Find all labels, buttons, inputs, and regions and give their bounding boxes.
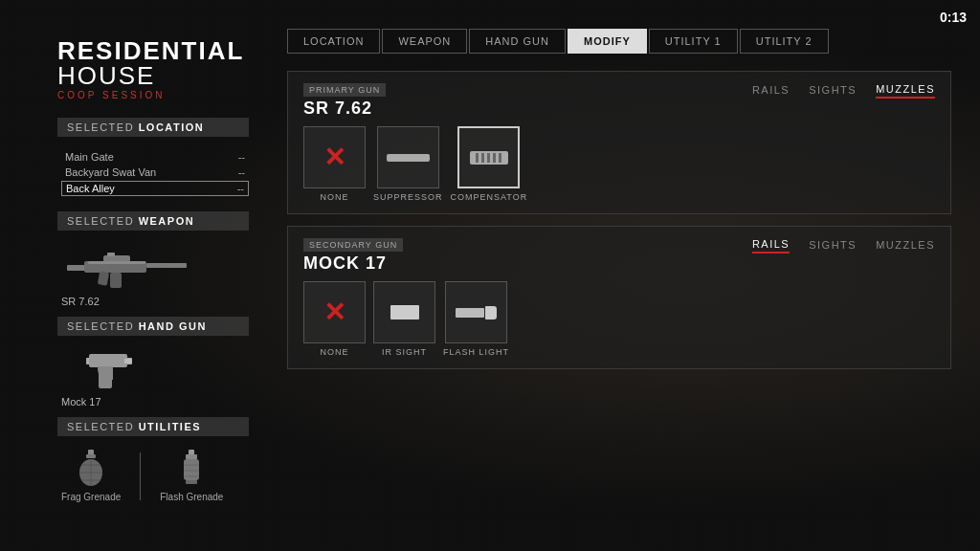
primary-suppressor-box[interactable] <box>377 126 439 188</box>
location-item[interactable]: Backyard Swat Van -- <box>61 165 249 179</box>
secondary-irsight-box[interactable] <box>373 281 435 343</box>
primary-mod-tabs: RAILS SIGHTS MUZZLES <box>752 83 935 99</box>
red-x-icon: ✕ <box>323 299 345 326</box>
compensator-lines <box>476 153 501 163</box>
secondary-irsight-label: IR Sight <box>382 347 427 357</box>
selected-handgun-bar: SELECTED HAND GUN <box>57 317 249 336</box>
tab-utility1[interactable]: UTILITY 1 <box>649 29 738 54</box>
comp-line <box>487 153 490 163</box>
comp-line <box>481 153 484 163</box>
flashlight-icon <box>456 306 497 320</box>
secondary-mod-tab-muzzles[interactable]: MUZZLES <box>876 239 935 253</box>
svg-rect-0 <box>67 265 86 271</box>
frag-grenade-image <box>72 450 110 488</box>
rifle-icon <box>67 244 191 292</box>
red-x-icon: ✕ <box>323 144 345 171</box>
tab-location[interactable]: LOCATION <box>287 29 380 54</box>
suppressor-icon <box>387 154 430 162</box>
secondary-attachment-flashlight[interactable]: Flash Light <box>443 281 509 357</box>
secondary-gun-badge: SECONDARY GUN <box>303 238 403 252</box>
primary-compensator-box[interactable] <box>457 126 520 188</box>
ir-sight-icon <box>390 305 419 320</box>
primary-gun-header: PRIMARY GUN SR 7.62 RAILS SIGHTS MUZZLES <box>303 83 935 119</box>
sidebar: RESIDENTIAL HOUSE COOP SESSION SELECTED … <box>0 0 268 551</box>
flash-grenade-image <box>172 450 211 488</box>
selected-weapon-bar: SELECTED WEAPON <box>57 211 249 231</box>
handgun-label: Mock 17 <box>57 396 101 408</box>
location-item[interactable]: Main Gate -- <box>61 150 249 164</box>
primary-none-label: NONE <box>320 192 348 202</box>
compensator-icon <box>470 151 508 165</box>
svg-rect-7 <box>88 261 145 264</box>
secondary-mod-tab-rails[interactable]: RAILS <box>752 238 790 253</box>
secondary-flashlight-box[interactable] <box>445 281 507 343</box>
selected-utilities-bar: SELECTED UTILITIES <box>57 417 249 436</box>
utilities-section: Frag Grenade Fla <box>57 450 249 502</box>
location-name: Back Alley <box>66 183 115 194</box>
handgun-section: Mock 17 <box>57 349 249 408</box>
main-layout: RESIDENTIAL HOUSE COOP SESSION SELECTED … <box>0 0 980 551</box>
secondary-mod-tabs: RAILS SIGHTS MUZZLES <box>752 238 935 253</box>
primary-mod-tab-muzzles[interactable]: MUZZLES <box>876 83 935 99</box>
page-title-area: RESIDENTIAL HOUSE COOP SESSION <box>57 38 249 100</box>
svg-rect-20 <box>186 454 197 459</box>
svg-rect-25 <box>186 480 197 484</box>
primary-gun-info: PRIMARY GUN SR 7.62 <box>303 83 386 119</box>
page-subtitle: COOP SESSION <box>57 90 249 100</box>
tab-modify[interactable]: MODIFY <box>568 29 647 54</box>
secondary-gun-name: MOCK 17 <box>303 253 403 274</box>
page-title-normal: HOUSE <box>57 61 155 90</box>
secondary-flashlight-label: Flash Light <box>443 347 509 357</box>
secondary-none-box[interactable]: ✕ <box>303 281 366 343</box>
comp-line <box>499 153 501 163</box>
tab-handgun[interactable]: HAND GUN <box>469 29 566 54</box>
flash-grenade-icon <box>174 450 209 488</box>
tab-utility2[interactable]: UTILITY 2 <box>740 29 829 54</box>
primary-attachments-row: ✕ NONE Suppressor <box>303 126 935 202</box>
secondary-mod-tab-sights[interactable]: SIGHTS <box>809 239 857 253</box>
comp-line <box>493 153 496 163</box>
flash-grenade-label: Flash Grenade <box>160 492 223 502</box>
utilities-divider <box>140 452 141 500</box>
primary-mod-tab-sights[interactable]: SIGHTS <box>809 84 857 98</box>
primary-attachment-none[interactable]: ✕ NONE <box>303 126 366 202</box>
primary-gun-name: SR 7.62 <box>303 99 386 119</box>
tab-weapon[interactable]: WEAPON <box>382 29 467 54</box>
svg-rect-13 <box>86 454 96 458</box>
secondary-attachments-row: ✕ NONE IR Sight <box>303 281 935 357</box>
location-dots: -- <box>238 151 245 163</box>
location-name: Backyard Swat Van <box>65 166 156 178</box>
primary-gun-badge: PRIMARY GUN <box>303 83 386 97</box>
timer-display: 0:13 <box>940 10 967 25</box>
primary-suppressor-label: Suppressor <box>373 192 443 202</box>
svg-rect-9 <box>89 354 127 367</box>
frag-grenade-icon <box>74 450 108 488</box>
svg-rect-6 <box>107 253 115 256</box>
location-item-selected[interactable]: Back Alley -- <box>61 181 249 196</box>
svg-rect-21 <box>184 459 199 480</box>
right-panel: LOCATION WEAPON HAND GUN MODIFY UTILITY … <box>268 0 980 551</box>
weapon-image <box>67 244 191 292</box>
primary-attachment-compensator[interactable]: Compensator <box>451 126 528 202</box>
svg-rect-2 <box>146 263 187 268</box>
utility-item-flash: Flash Grenade <box>160 450 223 502</box>
utility-item-frag: Frag Grenade <box>61 450 121 502</box>
primary-none-box[interactable]: ✕ <box>303 126 366 188</box>
flashlight-head <box>485 306 497 320</box>
svg-rect-5 <box>103 255 130 262</box>
primary-gun-section: PRIMARY GUN SR 7.62 RAILS SIGHTS MUZZLES… <box>287 71 951 214</box>
secondary-attachment-irsight[interactable]: IR Sight <box>373 281 435 357</box>
primary-attachment-suppressor[interactable]: Suppressor <box>373 126 443 202</box>
location-dots: -- <box>237 183 244 194</box>
secondary-attachment-none[interactable]: ✕ NONE <box>303 281 366 357</box>
secondary-none-label: NONE <box>320 347 348 357</box>
secondary-gun-section: SECONDARY GUN MOCK 17 RAILS SIGHTS MUZZL… <box>287 226 951 369</box>
selected-location-bar: SELECTED LOCATION <box>57 118 249 137</box>
svg-rect-4 <box>98 271 109 286</box>
svg-rect-10 <box>99 367 112 388</box>
flashlight-body <box>456 308 484 318</box>
primary-compensator-label: Compensator <box>451 192 528 202</box>
location-dots: -- <box>238 166 245 178</box>
primary-mod-tab-rails[interactable]: RAILS <box>752 84 790 98</box>
frag-grenade-label: Frag Grenade <box>61 492 121 502</box>
